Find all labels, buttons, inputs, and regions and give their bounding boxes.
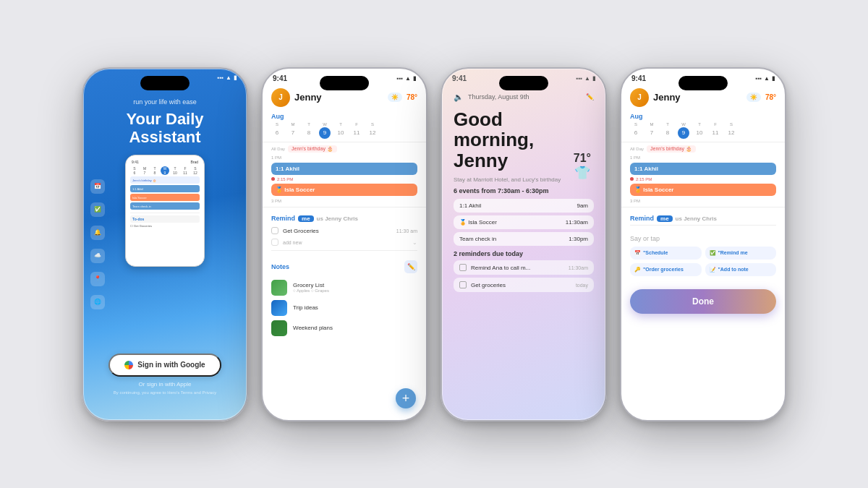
actions-grid: 📅 "Schedule ✅ "Remind me 🔑 "Order grocer… <box>630 247 776 276</box>
sign-in-google-button[interactable]: Sign in with Google <box>109 354 221 377</box>
nav-weather[interactable]: ☁️ <box>90 249 105 263</box>
time-current-2: 2:15 PM <box>263 176 426 182</box>
action-order[interactable]: 🔑 "Order groceries <box>630 263 702 276</box>
divider-4b <box>630 225 776 226</box>
cal-days-2: S6 M7 T8 W9 T10 F11 S12 <box>271 122 417 139</box>
cal-day-4-7[interactable]: M7 <box>646 122 658 139</box>
reminder-card-1[interactable]: Remind Ana to call m... 11:30am <box>454 260 594 275</box>
nav-notify[interactable]: 🔔 <box>90 226 105 240</box>
checkbox-new <box>271 239 278 246</box>
event-card-checkin[interactable]: Team check in 1:30pm <box>454 232 594 246</box>
notes-header-2: Notes ✏️ <box>271 260 417 273</box>
event-card-akhil[interactable]: 1:1 Akhil 9am <box>454 199 594 213</box>
note-label-action: "Add to note <box>718 267 749 272</box>
edit-icon-3[interactable]: ✏️ <box>586 93 594 100</box>
remind-time: 11:30 am <box>396 228 417 234</box>
remind-others-4: us Jenny Chris <box>676 215 717 222</box>
cal-day-4-10[interactable]: T10 <box>694 122 705 139</box>
event-soccer-4[interactable]: 🏅 Isla Soccer <box>630 184 776 196</box>
events-area-2: All Day Jenn's birthday 🎂 1 PM 1:1 Akhil… <box>263 142 426 211</box>
temp-badge-4: 78° <box>765 93 776 101</box>
say-tap-section: Say or tap 📅 "Schedule ✅ "Remind me 🔑 "O… <box>621 231 785 286</box>
cal-day-4-11[interactable]: F11 <box>710 122 721 139</box>
checkbox-groceries[interactable] <box>271 227 278 234</box>
cal-day-4-9[interactable]: W9 <box>678 122 689 139</box>
weather-badge-2: ☀️ <box>388 93 402 102</box>
nav-tasks[interactable]: ✅ <box>90 202 105 217</box>
status-time-3: 9:41 <box>452 74 467 82</box>
action-schedule[interactable]: 📅 "Schedule <box>630 247 702 260</box>
event-soccer[interactable]: 🏅 Isla Soccer <box>271 184 417 196</box>
event-card-label-1: 1:1 Akhil <box>459 202 481 209</box>
cal-day-11[interactable]: F11 <box>351 122 362 139</box>
reminders-section-3: 2 reminders due today Remind Ana to call… <box>454 250 594 292</box>
event-card-label-3: Team check in <box>459 236 496 242</box>
cal-day-12[interactable]: S12 <box>367 122 378 139</box>
remind-me-badge[interactable]: me <box>298 215 314 222</box>
signal-icon-3: ▪▪▪ <box>576 75 583 82</box>
reminder-time-2: today <box>576 283 588 288</box>
divider-4a <box>621 207 785 207</box>
remind-me-badge-4[interactable]: me <box>657 215 673 222</box>
cal-day-9[interactable]: W9 <box>319 122 331 139</box>
order-icon: 🔑 <box>634 267 641 273</box>
signal-icon: ▪▪▪ <box>218 74 224 81</box>
note-grocery[interactable]: Grocery List ○ Apples ○ Grapes <box>271 278 417 298</box>
event-akhil[interactable]: 1:1 Akhil <box>271 163 417 175</box>
notes-title: Notes <box>271 263 289 270</box>
cal-day-4-8[interactable]: T8 <box>662 122 673 139</box>
dynamic-island-4 <box>678 76 728 90</box>
fab-button-2[interactable]: + <box>396 388 416 408</box>
note-weekend-title: Weekend plans <box>293 325 333 331</box>
add-new-row[interactable]: add new ⌄ <box>271 236 417 248</box>
all-day-label: All Day <box>271 147 285 151</box>
order-label: "Order groceries <box>643 267 684 272</box>
notes-edit-icon[interactable]: ✏️ <box>404 260 417 273</box>
user-avatar-2: J <box>271 88 290 107</box>
headline: Your Daily Assistant <box>126 110 203 147</box>
divider-2a <box>263 207 426 207</box>
note-trip[interactable]: Trip ideas <box>271 298 417 318</box>
remind-section-2: Remind me us Jenny Chris Get Groceries 1… <box>263 210 426 256</box>
or-apple-label: Or sign in with Apple <box>139 381 192 388</box>
action-remind[interactable]: ✅ "Remind me <box>705 247 777 260</box>
tagline: run your life with ease <box>133 98 197 106</box>
cal-day-10[interactable]: T10 <box>335 122 346 139</box>
phone-3-content: 🔈 Thursday, August 9th ✏️ 71° 👕 Goodmorn… <box>442 85 605 303</box>
cal-day-4-12[interactable]: S12 <box>726 122 737 139</box>
event-akhil-4[interactable]: 1:1 Akhil <box>630 163 776 175</box>
action-note[interactable]: 📝 "Add to note <box>705 263 777 276</box>
time-3pm: 3 PM <box>263 197 426 205</box>
note-icon-action: 📝 <box>710 267 716 273</box>
time-current-4: 2:15 PM <box>621 176 785 182</box>
status-icons-3: ▪▪▪ ▲ ▮ <box>576 75 595 82</box>
note-trip-title: Trip ideas <box>293 304 318 311</box>
status-time-2: 9:41 <box>273 74 287 82</box>
cal-day-4-6[interactable]: S6 <box>630 122 642 139</box>
birthday-event: Jenn's birthday 🎂 <box>288 145 337 153</box>
cal-strip-2: Aug S6 M7 T8 W9 T10 F11 S12 <box>263 110 426 142</box>
note-grocery-info: Grocery List ○ Apples ○ Grapes <box>293 282 329 293</box>
remind-icon-action: ✅ <box>710 250 716 256</box>
reminder-card-2[interactable]: Get groceries today <box>454 278 594 292</box>
weather-icon-4: ☀️ <box>750 94 757 100</box>
speaker-icon[interactable]: 🔈 <box>454 93 464 102</box>
nav-calendar[interactable]: 📅 <box>90 179 105 194</box>
remind-label-4: Remind <box>630 215 654 222</box>
schedule-label: "Schedule <box>643 250 668 255</box>
notes-section-2: Notes ✏️ Grocery List ○ Apples ○ Grapes … <box>263 256 426 341</box>
nav-location[interactable]: 📍 <box>90 272 105 286</box>
phone-2: 9:41 ▪▪▪ ▲ ▮ J Jenny ☀️ 78° Aug S6 M7 T8… <box>261 67 427 421</box>
nav-globe[interactable]: 🌐 <box>90 295 105 309</box>
event-card-time-2: 11:30am <box>566 219 588 226</box>
time-dot <box>271 177 275 181</box>
cal-day-6[interactable]: S6 <box>271 122 283 139</box>
event-card-soccer[interactable]: 🏅 Isla Soccer 11:30am <box>454 215 594 229</box>
remind-item-groceries: Get Groceries 11:30 am <box>271 225 417 236</box>
sign-in-label: Sign in with Google <box>137 361 205 369</box>
cal-day-7[interactable]: M7 <box>287 122 299 139</box>
cal-day-8[interactable]: T8 <box>303 122 315 139</box>
user-avatar-4: J <box>630 88 649 107</box>
done-button[interactable]: Done <box>630 289 776 314</box>
note-weekend[interactable]: Weekend plans <box>271 318 417 338</box>
